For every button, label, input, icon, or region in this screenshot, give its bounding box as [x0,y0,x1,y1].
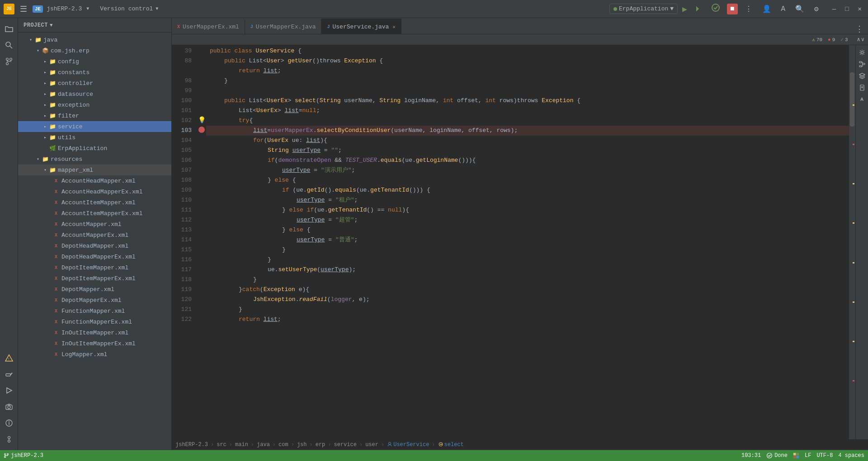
tree-item-service[interactable]: ▸ 📁 service [18,121,171,132]
warning-indicator[interactable]: ⚠ 70 [812,37,822,42]
tree-item-InOutItemMapper[interactable]: X InOutItemMapper.xml [18,327,171,338]
run-button[interactable]: ▶ [682,4,687,14]
tree-arrow-utils[interactable]: ▸ [42,134,49,141]
status-windows-icon[interactable] [793,452,799,459]
breadcrumb-jsh[interactable]: jsh [297,442,307,448]
code-content[interactable]: public class UserService { public List<U… [206,45,849,439]
tree-arrow-config[interactable]: ▸ [42,58,49,65]
tree-item-utils[interactable]: ▸ 📁 utils [18,132,171,143]
tree-item-DepotMapper[interactable]: X DepotMapper.xml [18,284,171,295]
tree-item-com-jsh-erp[interactable]: ▾ 📦 com.jsh.erp [18,45,171,56]
tree-item-controller[interactable]: ▸ 📁 controller [18,78,171,89]
tree-arrow-constants[interactable]: ▸ [42,69,49,76]
run-config-selector[interactable]: ErpApplication ▼ [609,4,678,14]
translate-button[interactable]: A [778,3,788,15]
right-icon-translate[interactable]: A [857,94,868,105]
status-position[interactable]: 103:31 [741,452,761,459]
activity-icon-notifications[interactable]: ! [2,351,16,365]
tree-arrow-filter[interactable]: ▸ [42,112,49,119]
tree-item-erp-application[interactable]: 🌿 ErpApplication [18,143,171,154]
version-control-button[interactable]: Version control ▼ [100,5,158,12]
version-control-dropdown[interactable]: ▼ [156,6,158,11]
right-icon-layers[interactable] [857,71,868,81]
tree-item-AccountHeadMapperEx[interactable]: X AccountHeadMapperEx.xml [18,186,171,197]
breadcrumb-service[interactable]: service [334,442,357,448]
tree-arrow-service[interactable]: ▸ [42,123,49,130]
activity-icon-info[interactable] [2,416,16,430]
status-done[interactable]: Done [766,452,788,459]
tree-item-java[interactable]: ▾ 📁 java [18,34,171,45]
tree-arrow-mapper-xml[interactable]: ▾ [42,166,49,174]
activity-icon-camera[interactable] [2,400,16,414]
close-button[interactable]: ✕ [855,4,864,14]
breadcrumb-com[interactable]: com [278,442,288,448]
breadcrumb-src[interactable]: src [217,442,226,448]
chev-down[interactable]: ∨ [861,36,864,43]
tree-arrow-datasource[interactable]: ▸ [42,90,49,98]
tree-item-constants[interactable]: ▸ 📁 constants [18,67,171,78]
settings-button[interactable]: ⚙ [811,3,821,15]
status-line-ending[interactable]: LF [805,452,811,459]
sidebar-dropdown[interactable]: ▼ [50,23,53,28]
right-icon-bookmark[interactable] [857,82,868,93]
breadcrumb-jshERP[interactable]: jshERP-2.3 [175,442,208,448]
tree-item-AccountItemMapperEx[interactable]: X AccountItemMapperEx.xml [18,208,171,219]
minimize-button[interactable]: — [830,5,839,14]
profile-button[interactable]: 👤 [760,3,774,15]
tab-UserMapperEx-java[interactable]: J UserMapperEx.java [245,19,322,34]
tree-item-FunctionMapper[interactable]: X FunctionMapper.xml [18,306,171,316]
lightbulb-icon[interactable]: 💡 [198,116,206,124]
status-indent[interactable]: 4 spaces [838,452,864,459]
tree-item-DepotHeadMapper[interactable]: X DepotHeadMapper.xml [18,240,171,251]
tree-item-exception[interactable]: ▸ 📁 exception [18,99,171,110]
tab-close-UserService[interactable]: ✕ [392,24,396,30]
debug-button[interactable]: ⏵ [692,3,704,15]
tab-UserMapperEx-xml[interactable]: X UserMapperEx.xml [172,19,245,34]
tree-item-DepotHeadMapperEx[interactable]: X DepotHeadMapperEx.xml [18,251,171,262]
tree-item-filter[interactable]: ▸ 📁 filter [18,110,171,121]
breadcrumb-select[interactable]: select [438,442,464,448]
status-encoding[interactable]: UTF-8 [816,452,833,459]
breadcrumb-user[interactable]: user [365,442,378,448]
tree-arrow-controller[interactable]: ▸ [42,80,49,87]
project-dropdown-arrow[interactable]: ▼ [86,6,89,11]
breadcrumb-main[interactable]: main [235,442,248,448]
error-indicator[interactable]: ● 9 [828,37,835,42]
tree-arrow-resources[interactable]: ▾ [34,155,42,163]
tree-item-AccountItemMapper[interactable]: X AccountItemMapper.xml [18,197,171,208]
tree-item-FunctionMapperEx[interactable]: X FunctionMapperEx.xml [18,316,171,327]
breadcrumb-erp[interactable]: erp [316,442,326,448]
editor-scrollbar[interactable] [849,45,855,439]
breadcrumb-UserService[interactable]: UserService [387,442,429,448]
tree-item-DepotItemMapper[interactable]: X DepotItemMapper.xml [18,262,171,273]
tree-item-resources[interactable]: ▾ 📁 resources [18,154,171,165]
activity-icon-folder[interactable] [2,22,16,36]
more-button[interactable]: ⋮ [742,3,755,15]
maximize-button[interactable]: □ [842,5,851,14]
activity-icon-play[interactable] [2,383,16,398]
tree-item-InOutItemMapperEx[interactable]: X InOutItemMapperEx.xml [18,338,171,349]
breadcrumb-java[interactable]: java [257,442,270,448]
tab-more-button[interactable]: ⋮ [851,24,868,34]
right-icon-structure[interactable] [857,59,868,70]
activity-icon-vcs[interactable] [2,54,16,69]
scrollbar-thumb[interactable] [850,72,854,127]
tree-item-DepotItemMapperEx[interactable]: X DepotItemMapperEx.xml [18,273,171,284]
tab-UserService-java[interactable]: J UserService.java ✕ [321,19,401,34]
chev-up[interactable]: ∧ [857,36,860,43]
tree-item-AccountHeadMapper[interactable]: X AccountHeadMapper.xml [18,175,171,186]
tree-arrow-com-jsh-erp[interactable]: ▾ [34,47,42,54]
tree-item-datasource[interactable]: ▸ 📁 datasource [18,89,171,99]
project-name[interactable]: jshERP-2.3 [47,5,82,12]
activity-icon-git-bottom[interactable] [2,432,16,447]
ok-indicator[interactable]: ✓ 3 [840,37,848,42]
tree-arrow-java[interactable]: ▾ [27,36,34,43]
status-branch[interactable]: jshERP-2.3 [4,452,43,459]
tree-item-DepotMapperEx[interactable]: X DepotMapperEx.xml [18,295,171,306]
hamburger-menu[interactable]: ☰ [18,2,29,16]
coverage-button[interactable] [709,2,722,16]
tree-arrow-exception[interactable]: ▸ [42,101,49,108]
tree-item-mapper-xml[interactable]: ▾ 📁 mapper_xml [18,165,171,175]
search-button[interactable]: 🔍 [793,3,807,15]
breakpoint-indicator[interactable] [198,127,205,133]
